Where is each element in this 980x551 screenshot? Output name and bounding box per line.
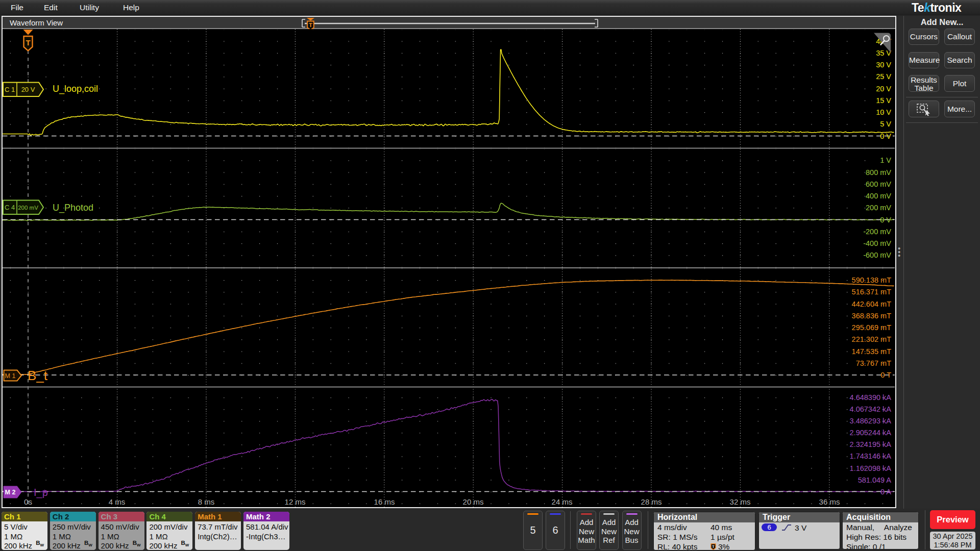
svg-text:200 mV: 200 mV (18, 205, 38, 211)
svg-text:C 4: C 4 (5, 204, 15, 211)
svg-text:M 2: M 2 (5, 489, 16, 496)
svg-text:32 ms: 32 ms (730, 497, 751, 506)
svg-text:15 V: 15 V (876, 96, 891, 105)
svg-text:28 ms: 28 ms (641, 497, 662, 506)
svg-text:581.049 A: 581.049 A (858, 476, 892, 484)
svg-text:800 mV: 800 mV (866, 168, 891, 177)
svg-text:73.767 mT: 73.767 mT (856, 359, 891, 367)
svg-text:1.162098 kA: 1.162098 kA (850, 464, 892, 472)
svg-text:200 mV: 200 mV (866, 204, 891, 212)
svg-text:0s: 0s (24, 497, 32, 506)
svg-text:24 ms: 24 ms (552, 497, 573, 506)
svg-text:-200 mV: -200 mV (863, 228, 891, 236)
svg-text:0 V: 0 V (880, 216, 891, 224)
svg-text:B_t: B_t (28, 368, 48, 383)
svg-text:516.371 mT: 516.371 mT (852, 288, 892, 296)
svg-text:221.302 mT: 221.302 mT (852, 335, 892, 343)
svg-text:147.535 mT: 147.535 mT (852, 347, 892, 356)
svg-text:U_Photod: U_Photod (53, 203, 93, 213)
svg-text:3.486293 kA: 3.486293 kA (850, 417, 892, 425)
svg-text:-600 mV: -600 mV (863, 251, 891, 259)
svg-text:600 mV: 600 mV (866, 180, 891, 188)
svg-text:1.743146 kA: 1.743146 kA (850, 452, 892, 460)
svg-text:30 V: 30 V (876, 61, 891, 69)
svg-text:T: T (309, 22, 312, 28)
svg-text:8 ms: 8 ms (198, 497, 215, 506)
svg-text:10 V: 10 V (876, 108, 891, 116)
svg-text:0 T: 0 T (880, 371, 891, 379)
svg-text:-400 mV: -400 mV (863, 239, 891, 247)
svg-text:25 V: 25 V (876, 72, 891, 81)
svg-text:T: T (712, 545, 715, 548)
svg-text:12 ms: 12 ms (285, 497, 306, 506)
svg-text:4 ms: 4 ms (109, 497, 126, 506)
svg-text:4.648390 kA: 4.648390 kA (850, 393, 892, 402)
svg-text:2.324195 kA: 2.324195 kA (850, 440, 892, 448)
svg-text:400 mV: 400 mV (866, 192, 891, 200)
svg-text:1 V: 1 V (880, 156, 891, 164)
svg-text:590.138 mT: 590.138 mT (852, 276, 892, 284)
svg-text:16 ms: 16 ms (374, 497, 395, 506)
svg-text:20 V: 20 V (21, 86, 35, 93)
svg-text:20 ms: 20 ms (463, 497, 484, 506)
svg-text:I_p: I_p (34, 487, 48, 498)
svg-text:295.069 mT: 295.069 mT (852, 323, 892, 332)
svg-text:U_loop,coil: U_loop,coil (53, 84, 98, 94)
svg-text:4.067342 kA: 4.067342 kA (850, 405, 892, 413)
svg-text:0 V: 0 V (880, 132, 891, 140)
svg-text:36 ms: 36 ms (819, 497, 840, 506)
svg-text:0 A: 0 A (880, 488, 891, 496)
svg-text:20 V: 20 V (876, 85, 891, 93)
svg-text:T: T (26, 38, 30, 47)
svg-text:M 1: M 1 (5, 372, 16, 380)
svg-text:368.836 mT: 368.836 mT (852, 312, 892, 320)
svg-text:442.604 mT: 442.604 mT (852, 300, 892, 308)
svg-text:5 V: 5 V (880, 120, 891, 128)
svg-text:2.905244 kA: 2.905244 kA (850, 429, 892, 437)
svg-text:C 1: C 1 (5, 86, 15, 93)
